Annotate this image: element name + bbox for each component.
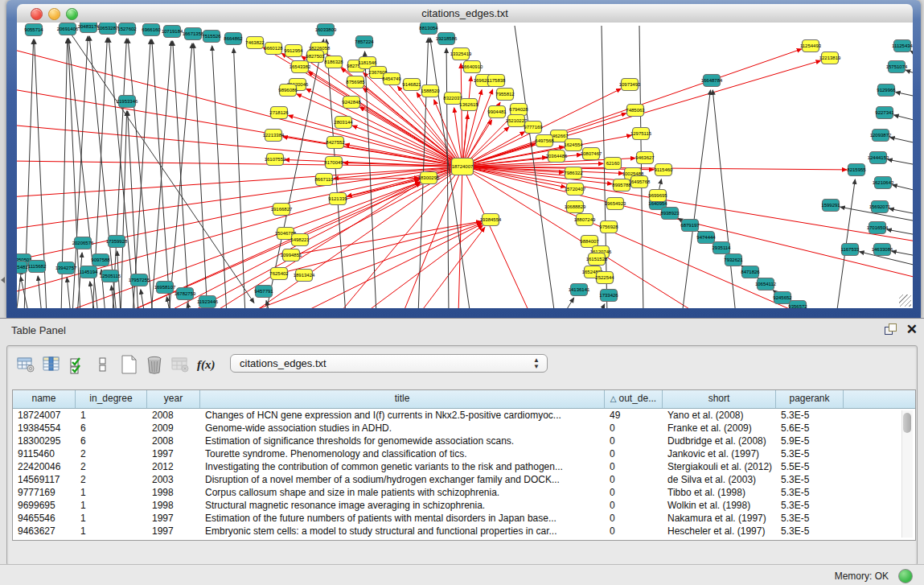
table-row[interactable]: 1830029562008Estimation of significance … [13,435,915,447]
graph-node[interactable]: 3915481 [17,262,28,274]
graph-node[interactable]: 16648784 [701,75,723,87]
graph-node[interactable]: 7857224 [355,36,374,48]
table-row[interactable]: 1456911722003Disruption of a novel membe… [13,473,915,486]
graph-node[interactable]: 9055714 [24,24,43,36]
graph-node[interactable]: 7932621 [724,254,743,266]
graph-node[interactable]: 18300295 [418,172,440,184]
function-builder-icon[interactable]: f(x) [197,358,216,372]
table-row[interactable]: 2242004622012Investigating the contribut… [13,460,915,473]
graph-node[interactable]: 9097588 [91,254,110,266]
graph-node[interactable]: 8454749 [382,73,401,85]
table-row[interactable]: 911546021997Tourette syndrome. Phenomeno… [13,447,915,460]
graph-node[interactable]: 16107552 [265,154,286,166]
graph-node[interactable]: 16671358 [183,28,204,40]
window-titlebar[interactable]: citations_edges.txt [17,4,913,23]
graph-node[interactable]: 8756985 [346,76,365,89]
graph-node[interactable]: 2935114 [713,242,732,254]
graph-node[interactable]: 9146821 [402,79,421,91]
graph-node[interactable]: 8471826 [741,266,760,278]
graph-node[interactable]: 16033809 [315,24,337,36]
table-selector-combobox[interactable]: citations_edges.txt ▲▼ [230,354,548,373]
graph-node[interactable]: 2718126 [269,107,289,119]
graph-node[interactable]: 16495768 [629,176,651,188]
graph-node[interactable]: 1115682 [28,261,47,273]
graph-node[interactable]: 9227341 [875,107,894,119]
graph-node[interactable]: 2522544 [595,272,614,284]
graph-node[interactable]: 12093872 [870,130,892,142]
graph-node[interactable]: 9121339 [328,193,347,205]
close-panel-icon[interactable]: ✕ [906,321,918,338]
graph-node[interactable]: 2803144 [334,117,353,129]
graph-node[interactable]: 10994851 [281,249,302,262]
graph-node[interactable]: 12444153 [868,152,889,164]
graph-node[interactable]: 8427552 [326,137,345,149]
graph-node[interactable]: 8664862 [224,33,243,45]
graph-node[interactable]: 17957255 [129,274,150,286]
graph-node[interactable]: 9474444 [696,232,716,244]
column-header-short[interactable]: short [663,390,776,408]
graph-node[interactable]: 1175838 [487,75,507,87]
graph-node[interactable]: 10807467 [581,148,602,160]
table-row[interactable]: 977716911998Corpus callosum shape and si… [13,486,915,499]
graph-node[interactable]: 9896086 [278,84,298,97]
graph-node[interactable]: 10688829 [565,201,586,213]
graph-node[interactable]: 14136141 [569,284,590,296]
graph-node[interactable]: 18913424 [294,270,315,282]
delete-table-icon[interactable] [144,354,165,375]
graph-node[interactable]: 8170049 [324,157,343,169]
graph-node[interactable]: 7463822 [245,37,265,49]
graph-node[interactable]: 15692071 [869,201,891,213]
graph-node[interactable]: 17359928 [106,236,128,248]
graph-node[interactable]: 9242848 [342,97,361,109]
graph-node[interactable]: 19166827 [271,204,293,216]
vertical-scrollbar[interactable] [901,410,913,538]
graph-node[interactable]: 10654112 [755,278,777,290]
graph-node[interactable]: 5498221 [290,234,310,246]
graph-node[interactable]: 8186328 [324,56,343,68]
graph-node[interactable]: 9660128 [264,43,283,55]
table-row[interactable]: 946362711997Embryonic stem cells: a mode… [13,525,915,538]
column-header-in_degree[interactable]: in_degree [76,390,147,408]
graph-node[interactable]: 62160 [605,158,622,170]
graph-node[interactable]: 20691406 [57,23,79,35]
graph-node[interactable]: 13325419 [450,48,472,60]
column-header-year[interactable]: year [147,390,200,408]
graph-node[interactable]: 16782759 [175,288,196,300]
graph-node[interactable]: 21953346 [117,96,138,108]
graph-node[interactable]: 9756928 [599,221,618,233]
graph-node[interactable]: 12213384 [263,130,285,142]
graph-node[interactable]: 12505115 [100,270,121,282]
column-header-pagerank[interactable]: pagerank [776,390,844,408]
match-rows-icon[interactable] [92,354,113,375]
graph-node[interactable]: 7485063 [626,105,645,117]
select-all-icon[interactable] [67,354,88,375]
graph-node[interactable]: 1167533 [841,244,860,256]
graph-node[interactable]: 1599291 [821,200,840,212]
graph-node[interactable]: 8995788 [612,179,631,192]
graph-node[interactable]: 16210643 [873,177,894,189]
column-header-title[interactable]: title [200,390,605,408]
graph-node[interactable]: 9904481 [487,106,507,118]
graph-node[interactable]: 20364486 [546,150,568,163]
table-row[interactable]: 946554611997Estimation of the future num… [13,512,915,525]
graph-node[interactable]: 1362615 [459,99,478,111]
graph-node[interactable]: 19218586 [436,33,458,45]
graph-node[interactable]: 16543382 [290,61,311,73]
graph-node[interactable]: 12213819 [819,52,841,64]
graph-node[interactable]: 1733426 [599,290,618,302]
float-window-icon[interactable] [884,323,897,336]
graph-node[interactable]: 8215955 [847,164,866,176]
graph-node[interactable]: 19384554 [480,214,502,226]
graph-node[interactable]: 11923446 [197,296,219,308]
table-row[interactable]: 969969511998Structural magnetic resonanc… [13,499,915,512]
graph-node[interactable]: 9827503 [306,51,325,63]
graph-node[interactable]: 7515526 [202,31,221,43]
create-table-icon[interactable] [118,354,139,375]
graph-node[interactable]: 7986322 [564,167,583,179]
graph-node[interactable]: 9699695 [648,190,667,202]
table-settings-icon[interactable] [15,354,36,375]
graph-node[interactable]: 10653287 [97,23,119,35]
graph-node[interactable]: 11254493 [800,40,822,52]
graph-node[interactable]: 11125434 [892,40,913,52]
graph-node[interactable]: 15751074 [886,61,908,73]
